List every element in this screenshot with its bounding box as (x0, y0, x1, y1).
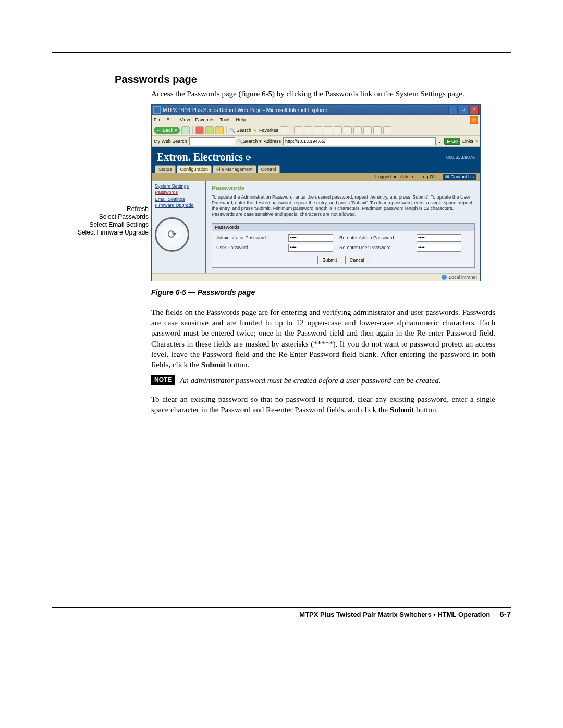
sidebar-item-email[interactable]: Email Settings (155, 196, 204, 203)
re-admin-password-label: Re-enter Admin Password: (339, 235, 412, 241)
re-admin-password-input[interactable] (417, 234, 461, 242)
session-bar: Logged on: Admin Log Off ✉ Contact Us (152, 173, 480, 180)
favorites-button[interactable]: ★Favorites (253, 127, 278, 133)
links-label[interactable]: Links (462, 138, 473, 144)
tab-configuration[interactable]: Configuration (177, 165, 212, 173)
callout-passwords: Select Passwords (68, 213, 149, 221)
star-icon: ★ (253, 127, 259, 133)
menu-favorites[interactable]: Favorites (195, 117, 214, 123)
toolbar: ← Back ▾ 🔍 Search ★Favorites (152, 125, 480, 136)
logoff-link[interactable]: Log Off (421, 174, 436, 180)
logged-user: Admin (400, 174, 413, 179)
home-button[interactable] (215, 126, 224, 134)
body-paragraph-2: To clear an existing password so that no… (151, 394, 495, 415)
sidebar-item-passwords[interactable]: Passwords (155, 189, 204, 196)
media-button[interactable] (280, 126, 288, 134)
menu-bar: File Edit View Favorites Tools Help (152, 115, 480, 125)
recycle-icon: ⟳ (246, 154, 252, 162)
admin-password-label: Administrator Password: (216, 235, 284, 241)
mail-button[interactable] (304, 126, 312, 134)
extra-button-1[interactable] (363, 126, 372, 134)
back-button[interactable]: ← Back ▾ (154, 127, 180, 134)
separator (192, 126, 193, 134)
close-button[interactable]: × (469, 106, 479, 114)
sidebar-item-firmware[interactable]: Firmware Upgrade (155, 202, 204, 209)
address-label: Address (264, 138, 281, 144)
address-input[interactable] (283, 137, 436, 145)
user-password-input[interactable] (288, 244, 333, 252)
sidebar-item-system[interactable]: System Settings (155, 183, 204, 190)
extra-button-3[interactable] (383, 126, 391, 134)
callout-refresh: Refresh (68, 205, 149, 213)
history-button[interactable] (294, 126, 302, 134)
extron-header: Extron. Electronics ⟳ 800.633.9876 (152, 147, 480, 165)
intro-paragraph: Access the Passwords page (figure 6-5) b… (151, 89, 495, 99)
callout-email: Select Email Settings (68, 221, 149, 229)
section-heading: Passwords page (115, 73, 511, 85)
menu-edit[interactable]: Edit (167, 117, 175, 123)
zone-icon (442, 275, 447, 280)
menu-help[interactable]: Help (236, 117, 246, 123)
note-badge: NOTE (151, 375, 175, 385)
passwords-box: Passwords Administrator Password: Re-ent… (212, 223, 475, 268)
page-footer: MTPX Plus Twisted Pair Matrix Switchers … (52, 607, 511, 619)
re-user-password-label: Re-enter User Password: (339, 244, 412, 251)
chevron-down-icon: ▾ (175, 127, 177, 133)
browser-viewport: Extron. Electronics ⟳ 800.633.9876 Statu… (152, 147, 480, 273)
re-user-password-input[interactable] (417, 244, 461, 252)
search-mini-button[interactable]: 🔍Search ▾ (237, 138, 262, 144)
ie-throbber-icon (470, 116, 478, 124)
sidebar: System Settings Passwords Email Settings… (152, 181, 206, 273)
tab-status[interactable]: Status (155, 165, 176, 173)
ie-status-bar: Local intranet (152, 273, 480, 281)
tab-control[interactable]: Control (258, 165, 280, 173)
arrow-left-icon: ← (156, 127, 161, 133)
extron-brand: Extron. Electronics (157, 151, 243, 163)
extron-logo-icon: ⟳ (155, 217, 189, 252)
maximize-button[interactable]: □ (459, 106, 468, 114)
menu-view[interactable]: View (180, 117, 190, 123)
go-button[interactable]: ▶ Go (444, 138, 460, 145)
search-address-bar: My Web Search 🔍Search ▾ Address ⌄ ▶ Go L… (152, 136, 480, 147)
window-title: MTPX 1616 Plus Series Default Web Page -… (163, 107, 447, 114)
user-password-label: User Password: (216, 244, 284, 251)
menu-file[interactable]: File (154, 117, 162, 123)
zone-text: Local intranet (449, 274, 477, 280)
cancel-button[interactable]: Cancel (345, 256, 369, 264)
research-button[interactable] (344, 126, 352, 134)
mywebsearch-input[interactable] (189, 137, 235, 145)
contact-us-link[interactable]: ✉ Contact Us (443, 174, 476, 180)
search-button[interactable]: 🔍 Search (229, 127, 251, 133)
figure-callouts: Refresh Select Passwords Select Email Se… (68, 205, 149, 237)
extra-button-2[interactable] (373, 126, 382, 134)
body-paragraph-1: The fields on the Passwords page are for… (151, 307, 495, 371)
minimize-button[interactable]: _ (448, 106, 458, 114)
messenger-button[interactable] (353, 126, 362, 134)
note-block: NOTE An administrator password must be c… (151, 375, 495, 386)
panel-title: Passwords (212, 184, 475, 192)
stop-button[interactable] (195, 126, 204, 134)
tab-file-management[interactable]: File Management (213, 165, 256, 173)
note-text: An administrator password must be create… (180, 375, 440, 386)
links-chevron-icon[interactable]: » (475, 138, 478, 144)
panel-help-text: To update the Administration Password, e… (212, 194, 475, 218)
edit-button[interactable] (324, 126, 332, 134)
ie-icon (153, 106, 161, 114)
ie-window: MTPX 1616 Plus Series Default Web Page -… (151, 104, 481, 281)
passwords-panel: Passwords To update the Administration P… (206, 181, 480, 273)
address-dropdown-icon[interactable]: ⌄ (438, 138, 442, 144)
horizontal-rule (52, 52, 511, 53)
print-button[interactable] (314, 126, 322, 134)
submit-button[interactable]: Submit (317, 256, 341, 264)
admin-password-input[interactable] (288, 234, 333, 242)
mywebsearch-label: My Web Search (154, 138, 187, 144)
separator (291, 126, 291, 134)
figure-passwords-page: Refresh Select Passwords Select Email Se… (68, 104, 485, 281)
window-titlebar: MTPX 1616 Plus Series Default Web Page -… (152, 105, 480, 115)
discuss-button[interactable] (334, 126, 342, 134)
nav-tabs: Status Configuration File Management Con… (152, 165, 480, 173)
passwords-box-title: Passwords (212, 224, 474, 231)
menu-tools[interactable]: Tools (219, 117, 230, 123)
refresh-button[interactable] (205, 126, 214, 134)
forward-button[interactable] (181, 126, 190, 134)
